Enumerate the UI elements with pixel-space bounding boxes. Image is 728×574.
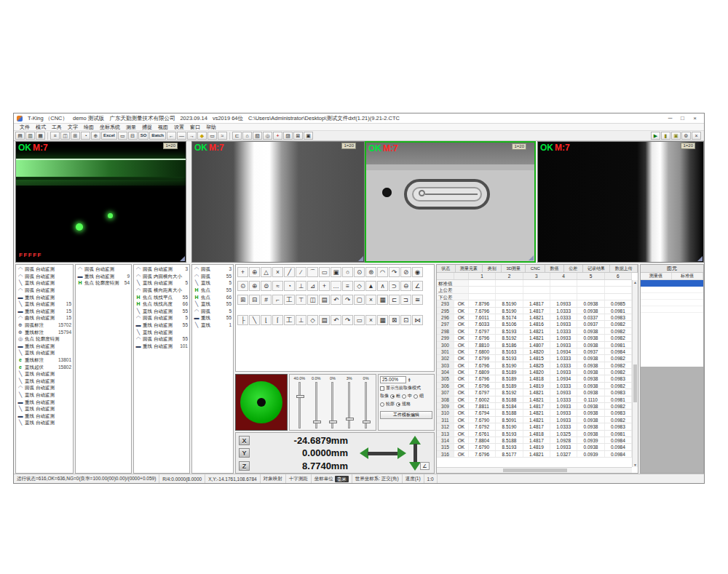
contour-icon[interactable]: ≈ <box>218 132 227 140</box>
dock-left-icon[interactable]: ⊏ <box>232 132 242 140</box>
menu-item-9[interactable]: 设置 <box>171 124 187 130</box>
list-item[interactable]: ▬重线55 <box>192 314 233 322</box>
table-row[interactable]: 312OK7.67928.51901.48171.03330.09380.098… <box>437 423 632 430</box>
radio-中[interactable] <box>402 394 406 399</box>
slider-thumb[interactable] <box>346 418 354 420</box>
list-item[interactable]: ▬重线自动监测55 <box>134 322 189 329</box>
palette-tool-icon[interactable]: ▦ <box>377 315 388 325</box>
table-row[interactable]: 296OK7.60118.51741.48211.03330.03370.098… <box>437 314 632 321</box>
home-position-icon[interactable]: ⌂ <box>242 132 252 140</box>
save-icon[interactable]: ▦ <box>36 132 45 140</box>
light-slider[interactable]: 0% <box>325 376 340 428</box>
list-item[interactable]: ◠圆弧内圆横向大小 <box>134 273 189 280</box>
palette-tool-icon[interactable]: ∧ <box>377 281 388 291</box>
list-item[interactable]: ╲直线自动监测 <box>16 349 73 356</box>
nav-forward-icon[interactable]: → <box>187 132 197 140</box>
palette-tool-icon[interactable]: ╲ <box>249 315 260 325</box>
list-item[interactable]: ◠圆弧自动监测 <box>16 266 73 273</box>
palette-tool-icon[interactable]: × <box>272 267 283 277</box>
table-tab-1[interactable]: 测量元素 <box>456 265 483 272</box>
list-item[interactable]: ╲直线自动监测 <box>16 378 73 385</box>
list-item[interactable]: H焦点66 <box>192 293 233 300</box>
list-item[interactable]: e直线起伏15802 <box>16 363 73 370</box>
list-item[interactable]: ◠圆弧55 <box>192 273 233 280</box>
resize-handle-icon[interactable] <box>529 255 534 260</box>
list-item[interactable]: H焦点55 <box>192 287 233 294</box>
grid-view-icon[interactable]: ⊞ <box>71 132 80 140</box>
light-slider[interactable]: 3% <box>342 376 357 428</box>
vertical-scrollbar[interactable]: ▲ ▼ <box>632 280 638 467</box>
scrollbar-thumb[interactable] <box>633 364 637 402</box>
palette-tool-icon[interactable]: ⊡ <box>400 315 411 325</box>
list-item[interactable]: ◠圆弧自动监测55 <box>134 335 189 343</box>
light-ring-preview[interactable] <box>235 374 288 431</box>
list-item[interactable]: H焦点线找高度66 <box>134 300 189 308</box>
palette-tool-icon[interactable]: ⊥ <box>296 315 306 325</box>
palette-tool-icon[interactable]: ↷ <box>389 267 400 277</box>
close-view-icon[interactable]: ⊠ <box>293 132 303 140</box>
palette-tool-icon[interactable]: 工 <box>284 315 295 325</box>
table-row[interactable]: 303OK7.67968.51901.48251.03330.09380.098… <box>437 362 632 369</box>
palette-tool-icon[interactable]: ⌈ <box>272 315 283 325</box>
list-item[interactable]: ╲直线55 <box>192 300 233 308</box>
palette-tool-icon[interactable]: ○ <box>342 267 353 277</box>
camera-tag[interactable]: 1=20 <box>163 143 178 149</box>
table-row[interactable]: 316OK7.67968.51771.48211.03270.09390.098… <box>437 451 632 458</box>
palette-tool-icon[interactable]: ◫ <box>307 295 318 305</box>
table-row[interactable]: 309OK7.88118.51841.48171.09330.09380.098… <box>437 403 632 410</box>
list-item[interactable]: ◠圆弧自动监测5 <box>134 314 189 322</box>
list-item[interactable]: e重线标注13801 <box>16 356 73 364</box>
new-file-icon[interactable]: ▤ <box>15 132 25 140</box>
nav-back-icon[interactable]: ← <box>167 132 176 140</box>
camera-view-3-selected[interactable]: OKM:7 1=20 <box>365 141 536 263</box>
palette-tool-icon[interactable]: ▦ <box>377 295 388 305</box>
palette-tool-icon[interactable]: ⊙ <box>354 267 365 277</box>
slider-thumb[interactable] <box>363 420 371 423</box>
spinner-arrows-icon[interactable]: ▲▼ <box>408 378 411 383</box>
list-item[interactable]: ▬重线自动监测9 <box>76 273 131 280</box>
camera-view-1[interactable]: OKM:7 1=20 FFFFF <box>15 141 186 263</box>
line-tool-icon[interactable]: — <box>177 132 186 140</box>
list-item[interactable]: ╲直线自动监测 <box>134 328 189 335</box>
roi-rect-icon[interactable]: ▭ <box>207 132 217 140</box>
camera-view-2[interactable]: OKM:7 1=20 <box>191 141 365 263</box>
palette-tool-icon[interactable]: ╱ <box>284 267 295 277</box>
table-row[interactable]: 315OK7.67908.51931.48191.09330.09380.098… <box>437 444 632 450</box>
menu-item-11[interactable]: 帮助 <box>203 124 219 130</box>
close-button[interactable]: × <box>689 113 701 123</box>
table-row[interactable]: 306OK7.67968.51891.48191.03330.09380.098… <box>437 383 632 389</box>
palette-tool-icon[interactable]: + <box>237 267 248 277</box>
table-row[interactable]: 314OK7.88048.51881.48171.09280.09390.098… <box>437 437 632 444</box>
palette-tool-icon[interactable]: ⊿ <box>307 281 318 291</box>
palette-tool-icon[interactable]: × <box>365 295 376 305</box>
table-row[interactable]: 305OK7.67968.51891.48181.09340.09380.098… <box>437 375 632 382</box>
selected-row-highlight[interactable] <box>641 280 703 287</box>
camera-tag[interactable]: 1=20 <box>512 143 526 150</box>
light-slider[interactable]: 0% <box>359 376 373 428</box>
table-row[interactable]: 300OK7.88108.51861.48071.09330.09380.098… <box>437 342 632 348</box>
list-item[interactable]: ◠圆弧5 <box>192 308 233 315</box>
list-item[interactable]: ╲直线自动监测15 <box>16 300 73 308</box>
palette-tool-icon[interactable]: ⊕ <box>249 281 260 291</box>
camera-tag[interactable]: 1=20 <box>681 143 695 149</box>
menu-item-8[interactable]: 视图 <box>155 124 171 130</box>
list-item[interactable]: ╲直线1 <box>192 322 233 329</box>
table-tab-3[interactable]: 3D测量 <box>502 265 526 272</box>
capture-mode-checkbox[interactable] <box>380 386 384 391</box>
palette-tool-icon[interactable]: ◇ <box>307 315 318 325</box>
table-row[interactable]: 295OK7.67968.51901.48171.03330.09380.098… <box>437 308 632 314</box>
slider-thumb[interactable] <box>296 395 304 398</box>
list-item[interactable]: ╲直线自动监测 <box>16 405 73 412</box>
run-button[interactable]: ▶ <box>651 132 660 140</box>
list-item[interactable]: ▬重线自动监测 <box>16 398 73 405</box>
palette-tool-icon[interactable]: × <box>365 315 376 325</box>
palette-tool-icon[interactable]: ⊐ <box>400 295 411 305</box>
autofocus-icon[interactable]: ◎ <box>263 132 272 140</box>
maximize-button[interactable]: □ <box>676 113 689 123</box>
menu-item-5[interactable]: 坐标系统 <box>97 124 123 130</box>
table-row[interactable]: 310OK7.67948.51881.48211.09330.09380.098… <box>437 410 632 416</box>
palette-tool-icon[interactable]: ↶ <box>331 315 341 325</box>
fullscreen-icon[interactable]: ▣ <box>304 132 313 140</box>
hatch-icon[interactable]: ▨ <box>283 132 293 140</box>
palette-tool-icon[interactable]: ⊖ <box>400 281 411 291</box>
